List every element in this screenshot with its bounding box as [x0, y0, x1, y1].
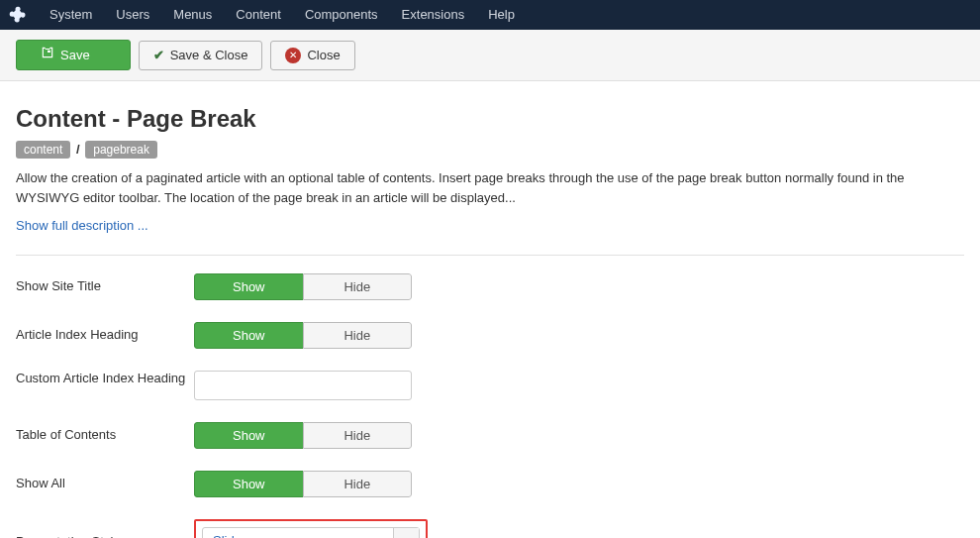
toggle-show-site-title[interactable]: Show Hide	[194, 273, 412, 300]
select-value: Sliders	[203, 528, 393, 538]
row-custom-article-index-heading: Custom Article Index Heading	[16, 371, 964, 400]
nav-help[interactable]: Help	[476, 0, 527, 30]
divider	[16, 255, 964, 256]
label-table-of-contents: Table of Contents	[16, 427, 194, 444]
content-area: Content - Page Break content / pagebreak…	[0, 81, 980, 538]
save-close-label: Save & Close	[170, 47, 248, 64]
close-button[interactable]: ✕ Close	[270, 41, 354, 70]
toggle-table-of-contents[interactable]: Show Hide	[194, 422, 412, 449]
label-show-all: Show All	[16, 476, 194, 492]
label-article-index-heading: Article Index Heading	[16, 327, 194, 344]
select-presentation-style[interactable]: Sliders	[202, 527, 420, 538]
option-hide[interactable]: Hide	[303, 273, 413, 300]
option-show[interactable]: Show	[194, 273, 303, 300]
nav-menus[interactable]: Menus	[161, 0, 224, 30]
label-show-site-title: Show Site Title	[16, 278, 194, 295]
tag-group: content	[16, 141, 70, 159]
close-icon: ✕	[285, 48, 301, 63]
plugin-tags: content / pagebreak	[16, 141, 964, 159]
label-custom-article-index-heading: Custom Article Index Heading	[16, 371, 194, 387]
tag-separator: /	[74, 142, 82, 157]
nav-content[interactable]: Content	[224, 0, 293, 30]
row-table-of-contents: Table of Contents Show Hide	[16, 422, 964, 449]
nav-components[interactable]: Components	[293, 0, 390, 30]
save-close-button[interactable]: ✔ Save & Close	[139, 41, 263, 70]
option-hide[interactable]: Hide	[303, 471, 413, 497]
toggle-article-index-heading[interactable]: Show Hide	[194, 322, 412, 349]
option-show[interactable]: Show	[194, 471, 303, 497]
save-label: Save	[60, 47, 90, 64]
nav-users[interactable]: Users	[104, 0, 161, 30]
joomla-logo-icon	[8, 5, 28, 25]
option-hide[interactable]: Hide	[303, 322, 413, 349]
tag-element: pagebreak	[85, 141, 157, 159]
save-button[interactable]: Save	[16, 40, 131, 70]
toggle-show-all[interactable]: Show Hide	[194, 471, 412, 497]
highlight-presentation-style: Sliders	[194, 519, 428, 538]
description-text: Allow the creation of a paginated articl…	[16, 168, 964, 208]
nav-extensions[interactable]: Extensions	[390, 0, 477, 30]
row-article-index-heading: Article Index Heading Show Hide	[16, 322, 964, 349]
page-title: Content - Page Break	[16, 105, 964, 133]
check-icon: ✔	[153, 47, 164, 64]
close-label: Close	[307, 47, 340, 64]
option-hide[interactable]: Hide	[303, 422, 413, 449]
option-show[interactable]: Show	[194, 422, 303, 449]
row-show-all: Show All Show Hide	[16, 471, 964, 497]
action-toolbar: Save ✔ Save & Close ✕ Close	[0, 30, 980, 81]
chevron-down-icon	[393, 528, 419, 538]
save-icon	[41, 46, 54, 64]
show-full-description-link[interactable]: Show full description ...	[16, 218, 148, 233]
input-custom-article-index-heading[interactable]	[194, 371, 412, 400]
row-presentation-style: Presentation Style Sliders	[16, 519, 964, 538]
nav-system[interactable]: System	[38, 0, 104, 30]
option-show[interactable]: Show	[194, 322, 303, 349]
row-show-site-title: Show Site Title Show Hide	[16, 273, 964, 300]
label-presentation-style: Presentation Style	[16, 534, 194, 538]
top-navbar: System Users Menus Content Components Ex…	[0, 0, 980, 30]
